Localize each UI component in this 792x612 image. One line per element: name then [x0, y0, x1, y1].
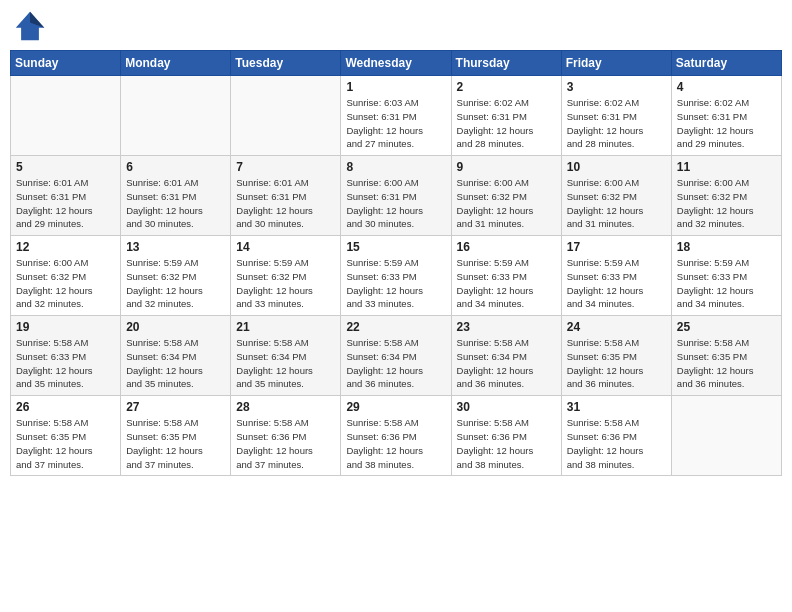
- day-number: 20: [126, 320, 225, 334]
- calendar-cell: [121, 76, 231, 156]
- header-cell-saturday: Saturday: [671, 51, 781, 76]
- day-number: 22: [346, 320, 445, 334]
- day-number: 11: [677, 160, 776, 174]
- calendar-cell: 6Sunrise: 6:01 AMSunset: 6:31 PMDaylight…: [121, 156, 231, 236]
- logo: [14, 10, 48, 42]
- day-number: 18: [677, 240, 776, 254]
- calendar-cell: 10Sunrise: 6:00 AMSunset: 6:32 PMDayligh…: [561, 156, 671, 236]
- day-info: Sunrise: 5:58 AMSunset: 6:34 PMDaylight:…: [126, 336, 225, 391]
- day-info: Sunrise: 5:59 AMSunset: 6:32 PMDaylight:…: [236, 256, 335, 311]
- calendar-cell: 30Sunrise: 5:58 AMSunset: 6:36 PMDayligh…: [451, 396, 561, 476]
- day-info: Sunrise: 6:00 AMSunset: 6:31 PMDaylight:…: [346, 176, 445, 231]
- day-info: Sunrise: 6:00 AMSunset: 6:32 PMDaylight:…: [677, 176, 776, 231]
- calendar-cell: 29Sunrise: 5:58 AMSunset: 6:36 PMDayligh…: [341, 396, 451, 476]
- day-number: 8: [346, 160, 445, 174]
- calendar-cell: 25Sunrise: 5:58 AMSunset: 6:35 PMDayligh…: [671, 316, 781, 396]
- calendar-cell: 11Sunrise: 6:00 AMSunset: 6:32 PMDayligh…: [671, 156, 781, 236]
- calendar-cell: 28Sunrise: 5:58 AMSunset: 6:36 PMDayligh…: [231, 396, 341, 476]
- calendar-cell: 27Sunrise: 5:58 AMSunset: 6:35 PMDayligh…: [121, 396, 231, 476]
- calendar-cell: 18Sunrise: 5:59 AMSunset: 6:33 PMDayligh…: [671, 236, 781, 316]
- day-info: Sunrise: 6:00 AMSunset: 6:32 PMDaylight:…: [567, 176, 666, 231]
- calendar-header-row: SundayMondayTuesdayWednesdayThursdayFrid…: [11, 51, 782, 76]
- day-info: Sunrise: 6:00 AMSunset: 6:32 PMDaylight:…: [16, 256, 115, 311]
- day-info: Sunrise: 6:02 AMSunset: 6:31 PMDaylight:…: [457, 96, 556, 151]
- calendar-cell: 2Sunrise: 6:02 AMSunset: 6:31 PMDaylight…: [451, 76, 561, 156]
- day-number: 17: [567, 240, 666, 254]
- calendar-cell: 22Sunrise: 5:58 AMSunset: 6:34 PMDayligh…: [341, 316, 451, 396]
- calendar-cell: 26Sunrise: 5:58 AMSunset: 6:35 PMDayligh…: [11, 396, 121, 476]
- day-info: Sunrise: 5:58 AMSunset: 6:35 PMDaylight:…: [126, 416, 225, 471]
- header-cell-tuesday: Tuesday: [231, 51, 341, 76]
- calendar-cell: [231, 76, 341, 156]
- calendar-week-3: 12Sunrise: 6:00 AMSunset: 6:32 PMDayligh…: [11, 236, 782, 316]
- page-header: [10, 10, 782, 42]
- calendar-cell: 23Sunrise: 5:58 AMSunset: 6:34 PMDayligh…: [451, 316, 561, 396]
- calendar-cell: 5Sunrise: 6:01 AMSunset: 6:31 PMDaylight…: [11, 156, 121, 236]
- day-number: 21: [236, 320, 335, 334]
- day-info: Sunrise: 5:58 AMSunset: 6:36 PMDaylight:…: [346, 416, 445, 471]
- day-info: Sunrise: 5:58 AMSunset: 6:36 PMDaylight:…: [457, 416, 556, 471]
- day-info: Sunrise: 6:00 AMSunset: 6:32 PMDaylight:…: [457, 176, 556, 231]
- calendar-cell: 12Sunrise: 6:00 AMSunset: 6:32 PMDayligh…: [11, 236, 121, 316]
- day-number: 3: [567, 80, 666, 94]
- day-info: Sunrise: 5:59 AMSunset: 6:33 PMDaylight:…: [346, 256, 445, 311]
- day-info: Sunrise: 5:59 AMSunset: 6:33 PMDaylight:…: [567, 256, 666, 311]
- day-number: 2: [457, 80, 556, 94]
- day-info: Sunrise: 5:59 AMSunset: 6:33 PMDaylight:…: [677, 256, 776, 311]
- day-info: Sunrise: 6:02 AMSunset: 6:31 PMDaylight:…: [677, 96, 776, 151]
- day-number: 14: [236, 240, 335, 254]
- day-number: 4: [677, 80, 776, 94]
- day-number: 7: [236, 160, 335, 174]
- calendar-cell: 9Sunrise: 6:00 AMSunset: 6:32 PMDaylight…: [451, 156, 561, 236]
- day-info: Sunrise: 5:59 AMSunset: 6:33 PMDaylight:…: [457, 256, 556, 311]
- day-info: Sunrise: 5:58 AMSunset: 6:35 PMDaylight:…: [16, 416, 115, 471]
- day-number: 5: [16, 160, 115, 174]
- day-number: 30: [457, 400, 556, 414]
- day-info: Sunrise: 6:01 AMSunset: 6:31 PMDaylight:…: [16, 176, 115, 231]
- day-info: Sunrise: 5:58 AMSunset: 6:36 PMDaylight:…: [567, 416, 666, 471]
- calendar-cell: 17Sunrise: 5:59 AMSunset: 6:33 PMDayligh…: [561, 236, 671, 316]
- calendar-table: SundayMondayTuesdayWednesdayThursdayFrid…: [10, 50, 782, 476]
- header-cell-sunday: Sunday: [11, 51, 121, 76]
- day-number: 10: [567, 160, 666, 174]
- calendar-cell: [671, 396, 781, 476]
- day-number: 25: [677, 320, 776, 334]
- day-number: 12: [16, 240, 115, 254]
- day-number: 28: [236, 400, 335, 414]
- logo-icon: [14, 10, 46, 42]
- day-info: Sunrise: 6:01 AMSunset: 6:31 PMDaylight:…: [126, 176, 225, 231]
- calendar-cell: 14Sunrise: 5:59 AMSunset: 6:32 PMDayligh…: [231, 236, 341, 316]
- calendar-cell: 15Sunrise: 5:59 AMSunset: 6:33 PMDayligh…: [341, 236, 451, 316]
- day-number: 9: [457, 160, 556, 174]
- day-number: 13: [126, 240, 225, 254]
- calendar-cell: 7Sunrise: 6:01 AMSunset: 6:31 PMDaylight…: [231, 156, 341, 236]
- day-info: Sunrise: 6:01 AMSunset: 6:31 PMDaylight:…: [236, 176, 335, 231]
- calendar-cell: [11, 76, 121, 156]
- header-cell-friday: Friday: [561, 51, 671, 76]
- day-info: Sunrise: 5:58 AMSunset: 6:34 PMDaylight:…: [346, 336, 445, 391]
- header-cell-wednesday: Wednesday: [341, 51, 451, 76]
- day-number: 16: [457, 240, 556, 254]
- calendar-week-1: 1Sunrise: 6:03 AMSunset: 6:31 PMDaylight…: [11, 76, 782, 156]
- day-number: 1: [346, 80, 445, 94]
- calendar-cell: 4Sunrise: 6:02 AMSunset: 6:31 PMDaylight…: [671, 76, 781, 156]
- calendar-body: 1Sunrise: 6:03 AMSunset: 6:31 PMDaylight…: [11, 76, 782, 476]
- day-info: Sunrise: 6:03 AMSunset: 6:31 PMDaylight:…: [346, 96, 445, 151]
- day-number: 31: [567, 400, 666, 414]
- calendar-cell: 8Sunrise: 6:00 AMSunset: 6:31 PMDaylight…: [341, 156, 451, 236]
- calendar-cell: 31Sunrise: 5:58 AMSunset: 6:36 PMDayligh…: [561, 396, 671, 476]
- calendar-cell: 20Sunrise: 5:58 AMSunset: 6:34 PMDayligh…: [121, 316, 231, 396]
- calendar-cell: 16Sunrise: 5:59 AMSunset: 6:33 PMDayligh…: [451, 236, 561, 316]
- calendar-cell: 19Sunrise: 5:58 AMSunset: 6:33 PMDayligh…: [11, 316, 121, 396]
- day-number: 29: [346, 400, 445, 414]
- day-info: Sunrise: 5:59 AMSunset: 6:32 PMDaylight:…: [126, 256, 225, 311]
- day-info: Sunrise: 5:58 AMSunset: 6:33 PMDaylight:…: [16, 336, 115, 391]
- day-number: 24: [567, 320, 666, 334]
- header-cell-monday: Monday: [121, 51, 231, 76]
- day-info: Sunrise: 5:58 AMSunset: 6:34 PMDaylight:…: [236, 336, 335, 391]
- calendar-cell: 3Sunrise: 6:02 AMSunset: 6:31 PMDaylight…: [561, 76, 671, 156]
- calendar-week-2: 5Sunrise: 6:01 AMSunset: 6:31 PMDaylight…: [11, 156, 782, 236]
- day-info: Sunrise: 5:58 AMSunset: 6:36 PMDaylight:…: [236, 416, 335, 471]
- day-number: 26: [16, 400, 115, 414]
- day-info: Sunrise: 5:58 AMSunset: 6:34 PMDaylight:…: [457, 336, 556, 391]
